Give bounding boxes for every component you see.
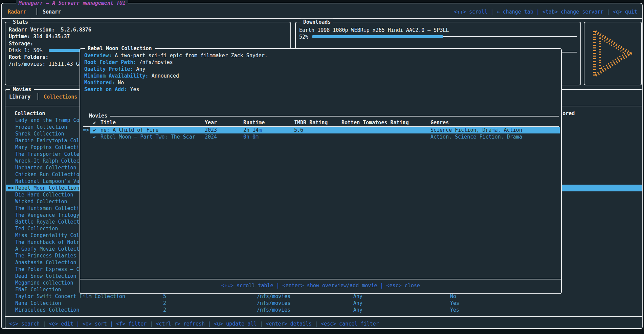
collection-path: /nfs/movies (257, 293, 290, 300)
movies-panel-title: Movies (10, 86, 34, 93)
collection-quality: Any (353, 293, 362, 300)
collection-search: Yes (450, 300, 459, 307)
modal-field-value: /nfs/movies (136, 59, 173, 65)
modal-field-label: Root Folder Path: (84, 59, 136, 65)
downloads-panel-title: Downloads (301, 19, 333, 25)
movie-year: 2024 (205, 133, 217, 140)
collection-count: 2 (163, 307, 166, 313)
disk-label: Disk 1: (9, 47, 30, 54)
movie-column-header-rotten: Rotten Tomatoes Rating (341, 119, 409, 126)
tab-collections[interactable]: Collections (44, 93, 77, 100)
download-item-percent: 52% (299, 34, 308, 40)
modal-movies-divider (110, 116, 559, 117)
collection-name: FNaF Collection (15, 286, 61, 293)
collection-name: Nana Collection (15, 300, 61, 307)
collection-name: The Hunchback of Notr (15, 239, 80, 246)
collection-name: Rebel Moon Collection (15, 185, 80, 191)
modal-field: Minimum Availability: Announced (84, 72, 179, 79)
modal-field-value: A two-part sci-fi epic from filmmaker Za… (112, 53, 268, 59)
movie-column-header-year: Year (205, 119, 217, 126)
modal-field: Overview: A two-part sci-fi epic from fi… (84, 52, 268, 59)
movie-column-header-runtime: Runtime (243, 119, 265, 126)
modal-field-label: Search on Add: (84, 86, 127, 92)
movie-check: ✔ (93, 127, 96, 133)
movie-title: ne: A Child of Fire (101, 127, 159, 133)
collection-row[interactable]: Miraculous Collection2/nfs/moviesAnyYes (6, 307, 642, 313)
top-keybar: <↑↓> scroll | ↔ change tab | <tab> chang… (454, 8, 637, 15)
logo-panel (584, 22, 642, 85)
download-progressbar-rest (443, 36, 577, 37)
collection-path: /nfs/movies (257, 300, 290, 307)
collection-name: Shrek Collection (15, 130, 64, 137)
collection-row[interactable]: Taylor Swift Concert Film Collection5/nf… (6, 293, 642, 300)
movie-column-header-imdb: IMDB Rating (294, 119, 328, 126)
movie-check: ✔ (93, 133, 96, 140)
collection-name: Megamind collection (15, 279, 73, 286)
selected-row-marker: => (8, 185, 14, 191)
app-window: Managarr – A Servarr management TUI Rada… (1, 3, 643, 329)
collection-name: Dead Snow Collection (15, 273, 76, 279)
collection-details-modal: Rebel Moon Collection Overview: A two-pa… (80, 48, 562, 294)
collection-name: National Lampoon's Va (15, 178, 80, 185)
collection-name: The Princess Diaries (15, 252, 76, 259)
modal-footer-keybar: <↑↓> scroll table | <enter> show overvie… (80, 282, 561, 289)
movie-title: Rebel Moon – Part Two: The Scar (101, 133, 195, 140)
collection-name: The Polar Express – C (15, 266, 80, 273)
radarr-version-label: Radarr Version: (9, 27, 54, 33)
modal-movies-title: Movies (87, 112, 109, 119)
download-item-name: Earth 1998 1080p WEBRip x265 Hindi AAC2.… (299, 27, 449, 34)
collection-name: Mary Poppins Collecti (15, 144, 80, 151)
collection-name: Battle Royale Collect (15, 218, 80, 225)
collection-name: Lady and the Tramp Co (15, 117, 80, 124)
movie-imdb: 5.6 (294, 127, 303, 133)
collection-name: Frozen Collection (15, 124, 67, 130)
collection-name: Anastasia Collection (15, 259, 76, 266)
collection-name: A Goofy Movie Collect (15, 246, 80, 252)
uptime-label: Uptime: (9, 34, 30, 40)
modal-footer-divider (80, 279, 561, 279)
download-progressbar (312, 35, 443, 38)
managarr-play-logo-icon (590, 26, 637, 82)
movie-row[interactable]: =>✔ne: A Child of Fire20232h 14m5.6Scien… (80, 127, 561, 133)
collection-name: Wreck-It Ralph Collec (15, 158, 80, 164)
modal-field-value: No (115, 80, 124, 86)
modal-field-label: Quality Profile: (84, 66, 133, 72)
collection-name: Ted Collection (15, 225, 58, 232)
collection-search: Yes (450, 307, 459, 313)
tab-sonarr[interactable]: Sonarr (43, 8, 61, 15)
movie-runtime: 2h 14m (243, 127, 262, 133)
modal-field-value: Announced (149, 73, 179, 79)
collection-row[interactable]: Nana Collection2/nfs/moviesAnyYes (6, 300, 642, 307)
movie-column-header-genres: Genres (430, 119, 449, 126)
collection-path: /nfs/movies (257, 307, 290, 313)
modal-field: Quality Profile: Any (84, 66, 146, 72)
collection-quality: Any (353, 307, 362, 313)
movie-column-header-title: Title (101, 119, 116, 126)
collection-name: Miss Congeniality Col (15, 232, 80, 239)
collection-name: Miraculous Collection (15, 307, 80, 313)
modal-field-label: Minimum Availability: (84, 73, 149, 79)
collection-name: Uncharted Collection (15, 164, 76, 171)
movie-column-header-check: ✔ (93, 119, 96, 126)
collection-name: Wicked Collection (15, 198, 67, 205)
collection-count: 2 (163, 300, 166, 307)
modal-field: Root Folder Path: /nfs/movies (84, 59, 173, 66)
tab-radarr[interactable]: Radarr (8, 8, 26, 15)
modal-field: Search on Add: Yes (84, 86, 139, 93)
keybar-divider (5, 316, 642, 317)
modal-field: Monitored: No (84, 79, 124, 86)
movie-year: 2023 (205, 127, 217, 133)
collection-name: The Vengeance Trilogy (15, 212, 80, 218)
collection-name: Die Hard Collection (15, 191, 73, 198)
collection-quality: Any (353, 300, 362, 307)
movie-row[interactable]: ✔Rebel Moon – Part Two: The Scar20240h 0… (80, 133, 561, 140)
collection-name: Taylor Swift Concert Film Collection (15, 293, 125, 300)
root-folder-usage: /nfs/movies: 11511.43 GB (9, 61, 82, 67)
collection-name: The Transporter Colle (15, 151, 80, 158)
movie-genres: Action, Science Fiction, Drama (430, 133, 522, 140)
tab-library[interactable]: Library (9, 93, 30, 100)
modal-field-value: Any (133, 66, 146, 72)
column-header-name: Collection (15, 110, 45, 117)
collection-name: Chicken Run Collectio (15, 171, 80, 178)
storage-label: Storage: (9, 40, 33, 47)
